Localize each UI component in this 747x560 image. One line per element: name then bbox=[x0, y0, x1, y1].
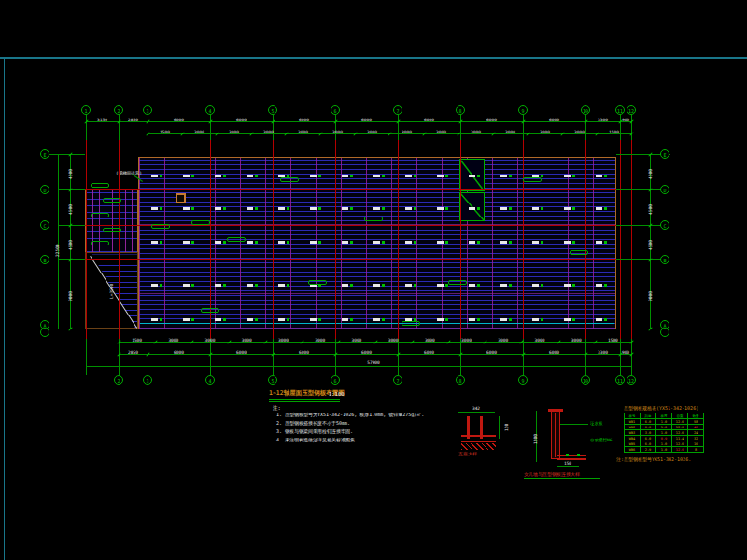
dim-bottom-minor-text: 3000 bbox=[461, 338, 472, 343]
beam-label-mark bbox=[500, 207, 507, 210]
dim-bottom-minor-text: 3000 bbox=[205, 338, 216, 343]
dim-top-minor-text: 3000 bbox=[436, 130, 446, 134]
dim-right-text: 9000 bbox=[648, 291, 653, 301]
grid-line-vertical bbox=[460, 140, 461, 339]
dim-bottom-overall-text: 57900 bbox=[367, 360, 380, 365]
beam-connector-mark bbox=[255, 241, 258, 244]
detail1-label: 支座大样 bbox=[458, 451, 477, 456]
detail2-leader-2 bbox=[560, 441, 588, 441]
beam-connector-mark bbox=[541, 175, 543, 177]
beam-label-mark bbox=[151, 175, 158, 177]
beam-connector-mark bbox=[191, 241, 194, 244]
dim-bottom-major-text: 6000 bbox=[236, 350, 247, 355]
dim-bottom-minor-text: 3000 bbox=[388, 338, 399, 343]
beam-connector-mark bbox=[572, 175, 575, 177]
detail2-fastener-mark bbox=[566, 454, 569, 456]
beam-label-mark bbox=[469, 284, 475, 287]
beam-tag bbox=[91, 241, 109, 245]
beam-label-mark bbox=[183, 284, 190, 287]
dim-left-overall-line bbox=[58, 154, 59, 329]
dim-top-major-text: 2850 bbox=[128, 118, 138, 122]
beam-label-mark bbox=[342, 241, 348, 244]
beam-label-mark bbox=[151, 284, 158, 287]
beam-label-mark bbox=[278, 207, 285, 210]
beam-connector-mark bbox=[255, 207, 258, 210]
grid-stem-top bbox=[86, 115, 87, 140]
detail2-label-underline bbox=[524, 478, 600, 479]
beam-label-mark bbox=[247, 241, 253, 244]
beam-label-mark bbox=[437, 241, 444, 244]
beam-label-mark bbox=[215, 241, 221, 244]
beam-connector-mark bbox=[604, 318, 607, 321]
grid-bubble: 6 bbox=[331, 375, 340, 385]
dim-top-major-text: 6000 bbox=[424, 118, 434, 122]
grid-line-vertical bbox=[620, 140, 621, 339]
beam-label-mark bbox=[278, 284, 285, 287]
dim-top-minor-text: 3000 bbox=[194, 130, 204, 134]
note-4: 4. 未注明构造做法详见相关标准图集. bbox=[276, 437, 358, 442]
beam-label-mark bbox=[405, 241, 412, 244]
dim-bottom-minor-text: 3000 bbox=[351, 338, 361, 343]
beam-connector-mark bbox=[318, 318, 321, 321]
dim-bottom-minor-text: 1500 bbox=[132, 338, 142, 343]
detail2-inner-line bbox=[555, 413, 556, 457]
schedule-table-caption: 注:压型钢板型号YX51-342-1026. bbox=[616, 456, 691, 462]
beam-label-mark bbox=[532, 207, 539, 210]
beam-label-mark bbox=[532, 318, 539, 321]
beam-label-mark bbox=[437, 318, 444, 321]
dim-right-text: 4500 bbox=[648, 204, 653, 215]
grid-bubble: 11 bbox=[615, 375, 625, 385]
detail2-dim-line-bottom bbox=[557, 466, 579, 467]
grid-stem-top bbox=[119, 115, 120, 140]
beam-label-mark bbox=[374, 175, 380, 177]
dim-top-minor-text: 1500 bbox=[609, 130, 619, 134]
detail1-flange-bottom bbox=[461, 441, 496, 442]
beam-connector-mark bbox=[445, 175, 448, 177]
dim-bottom-minor-text: 3000 bbox=[315, 338, 325, 343]
beam-label-mark bbox=[564, 318, 571, 321]
deck-schedule-table: 板号跨度板厚自重数量WB16.01.012.658WB26.01.012.646… bbox=[624, 413, 704, 453]
detail2-dim-left: 1200 bbox=[533, 434, 538, 444]
grid-stem-bottom bbox=[335, 339, 336, 375]
beam-label-mark bbox=[405, 284, 412, 287]
dim-top-major-text: 6000 bbox=[549, 118, 559, 122]
dim-top-minor-text: 3000 bbox=[540, 130, 550, 134]
beam-connector-mark bbox=[604, 207, 607, 210]
beam-label-mark bbox=[310, 241, 317, 244]
dim-bottom-major-text: 6000 bbox=[299, 350, 309, 355]
grid-bubble: D bbox=[40, 185, 49, 194]
grid-line-vertical bbox=[523, 140, 524, 339]
beam-label-mark bbox=[532, 241, 539, 244]
beam-label-mark bbox=[151, 241, 158, 244]
schedule-table-title: 压型钢板规格表(YX51-342-1026) bbox=[624, 405, 698, 411]
beam-tag bbox=[364, 217, 383, 221]
beam-label-mark bbox=[405, 175, 412, 177]
beam-connector-mark bbox=[414, 284, 416, 287]
beam-connector-mark bbox=[477, 207, 480, 210]
beam-connector-mark bbox=[223, 207, 226, 210]
grid-bubble: 9 bbox=[518, 375, 528, 385]
beam-label-mark bbox=[564, 241, 571, 244]
grid-stem-bottom bbox=[631, 339, 632, 375]
beam-connector-mark bbox=[160, 318, 162, 321]
beam-connector-mark bbox=[223, 241, 226, 244]
dim-left-text: 9000 bbox=[68, 291, 73, 301]
beam-connector-mark bbox=[445, 207, 448, 210]
grid-stem-top bbox=[620, 115, 621, 140]
dim-bottom-major-text: 6000 bbox=[486, 350, 497, 355]
beam-connector-mark bbox=[604, 241, 607, 244]
beam-label-mark bbox=[469, 318, 475, 321]
beam-connector-mark bbox=[160, 284, 162, 287]
table-cell: 1.0 bbox=[656, 447, 672, 453]
dim-left-text: 4500 bbox=[68, 169, 73, 179]
beam-label-mark bbox=[247, 318, 253, 321]
detail2-dim-bottom: 150 bbox=[564, 461, 571, 466]
grid-stub-right bbox=[616, 189, 665, 190]
dim-top-minor-text: 3000 bbox=[574, 130, 585, 134]
grid-bubble: 10 bbox=[581, 375, 590, 385]
grid-line-vertical bbox=[148, 140, 148, 339]
viewport-border-left bbox=[4, 57, 5, 560]
grid-line-vertical bbox=[273, 140, 274, 339]
beam-connector-mark bbox=[509, 241, 512, 244]
beam-connector-mark bbox=[604, 284, 607, 287]
